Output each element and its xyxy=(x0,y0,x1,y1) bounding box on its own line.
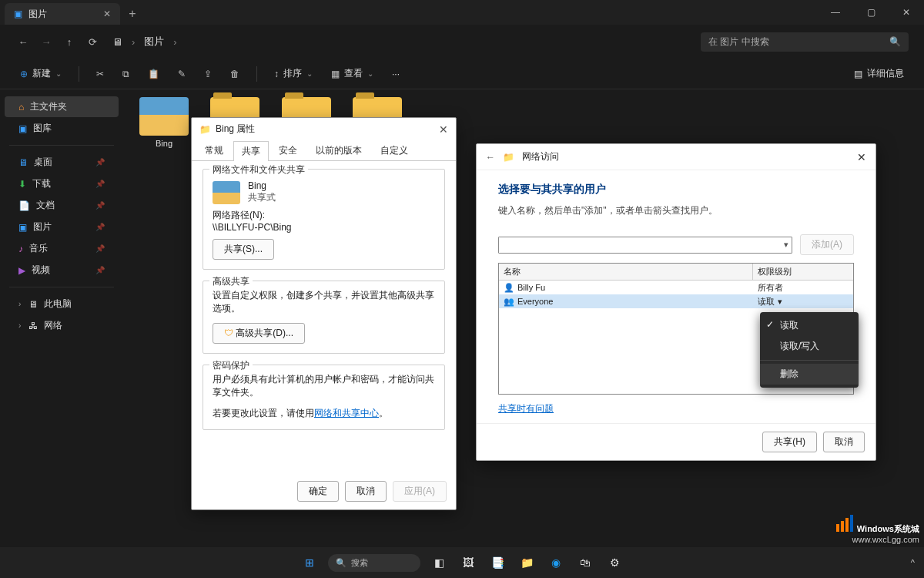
folder-item[interactable]: Bing xyxy=(134,97,194,148)
group-title: 网络文件和文件夹共享 xyxy=(209,163,308,176)
table-row[interactable]: 👥Everyone 读取▾ xyxy=(499,294,853,308)
taskbar-app[interactable]: 📑 xyxy=(487,552,508,573)
rename-button[interactable]: ✎ xyxy=(172,66,192,82)
folder-icon xyxy=(213,181,240,204)
network-sharing-center-link[interactable]: 网络和共享中心 xyxy=(314,408,379,418)
sidebar-item-music[interactable]: ♪ 音乐 📌 xyxy=(5,238,119,259)
user-icon: 👤 xyxy=(504,283,514,293)
share-confirm-button[interactable]: 共享(H) xyxy=(762,432,817,452)
network-sharing-group: 网络文件和文件夹共享 Bing 共享式 网络路径(N): \\BILLYFU-P… xyxy=(203,169,445,270)
search-input[interactable]: 在 图片 中搜索 🔍 xyxy=(701,32,909,52)
sidebar-item-documents[interactable]: 📄 文档 📌 xyxy=(5,195,119,216)
sidebar-item-desktop[interactable]: 🖥 桌面 📌 xyxy=(5,152,119,173)
store-button[interactable]: 🛍 xyxy=(574,552,596,573)
perm-read-write[interactable]: 读取/写入 xyxy=(760,336,859,357)
chevron-up-icon[interactable]: ^ xyxy=(911,558,915,567)
task-view-button[interactable]: ◧ xyxy=(428,552,450,573)
cancel-button[interactable]: 取消 xyxy=(345,481,387,502)
up-button[interactable]: ↑ xyxy=(62,36,77,48)
share-button[interactable]: 共享(S)... xyxy=(213,239,274,260)
sharing-help-link[interactable]: 共享时有问题 xyxy=(498,403,554,414)
dialog-title: 网络访问 xyxy=(522,150,559,163)
forward-button[interactable]: → xyxy=(38,36,54,48)
sidebar-item-this-pc[interactable]: › 🖥 此电脑 xyxy=(5,294,119,314)
share-button[interactable]: ⇪ xyxy=(198,66,218,82)
scissors-icon: ✂ xyxy=(96,69,104,79)
file-explorer-button[interactable]: 📁 xyxy=(516,552,537,573)
tab-customize[interactable]: 自定义 xyxy=(372,140,417,160)
new-tab-button[interactable]: + xyxy=(120,3,145,25)
close-window-button[interactable]: ✕ xyxy=(889,0,924,25)
paste-button[interactable]: 📋 xyxy=(142,66,166,82)
col-permission[interactable]: 权限级别 xyxy=(753,264,853,280)
delete-button[interactable]: 🗑 xyxy=(224,66,246,82)
sort-button[interactable]: ↕ 排序 ⌄ xyxy=(268,64,319,83)
user-combobox[interactable] xyxy=(498,237,792,254)
edge-button[interactable]: ◉ xyxy=(545,552,567,573)
table-row[interactable]: 👤Billy Fu 所有者 xyxy=(499,281,853,294)
back-button[interactable]: ← xyxy=(15,36,31,48)
breadcrumb-item[interactable]: 图片 xyxy=(144,35,164,49)
tab-previous-versions[interactable]: 以前的版本 xyxy=(307,140,370,160)
dialog-titlebar[interactable]: 📁 Bing 属性 ✕ xyxy=(192,118,456,140)
group-desc: 设置自定义权限，创建多个共享，并设置其他高级共享选项。 xyxy=(213,289,435,315)
sidebar-item-gallery[interactable]: ▣ 图库 xyxy=(5,118,119,139)
user-name: Everyone xyxy=(517,297,553,306)
back-button[interactable]: ← xyxy=(486,152,495,163)
tab-sharing[interactable]: 共享 xyxy=(233,141,269,161)
pictures-icon: ▣ xyxy=(14,8,22,19)
dialog-heading: 选择要与其共享的用户 xyxy=(498,183,854,197)
perm-read[interactable]: 读取 xyxy=(760,315,859,336)
taskbar-app[interactable]: 🖼 xyxy=(457,552,479,573)
sidebar-label: 图库 xyxy=(33,122,52,135)
sidebar-item-videos[interactable]: ▶ 视频 📌 xyxy=(5,260,119,281)
close-icon[interactable]: ✕ xyxy=(439,123,448,136)
divider xyxy=(256,66,257,82)
chevron-right-icon: › xyxy=(18,300,21,308)
cut-button[interactable]: ✂ xyxy=(90,66,110,82)
sidebar-item-pictures[interactable]: ▣ 图片 📌 xyxy=(5,217,119,237)
user-name: Billy Fu xyxy=(517,283,545,292)
maximize-button[interactable]: ▢ xyxy=(853,0,889,25)
system-tray[interactable]: ^ xyxy=(911,558,915,567)
cancel-button[interactable]: 取消 xyxy=(823,432,865,452)
sidebar-label: 图片 xyxy=(33,220,52,234)
trash-icon: 🗑 xyxy=(230,69,239,79)
divider xyxy=(9,145,114,146)
refresh-button[interactable]: ⟳ xyxy=(85,36,100,48)
search-label: 搜索 xyxy=(351,557,368,569)
share-folder-name: Bing xyxy=(248,180,276,191)
tab-general[interactable]: 常规 xyxy=(196,140,232,160)
sidebar-label: 下载 xyxy=(32,177,51,190)
copy-button[interactable]: ⧉ xyxy=(116,66,136,82)
more-icon: ··· xyxy=(392,69,400,79)
sidebar-item-network[interactable]: › 🖧 网络 xyxy=(5,315,119,336)
advanced-share-button[interactable]: 🛡 高级共享(D)... xyxy=(213,323,305,344)
tab-security[interactable]: 安全 xyxy=(270,140,306,160)
minimize-button[interactable]: ― xyxy=(818,0,853,25)
ok-button[interactable]: 确定 xyxy=(297,481,339,502)
perm-remove[interactable]: 删除 xyxy=(760,364,859,385)
divider xyxy=(760,360,859,361)
chevron-down-icon[interactable]: ▾ xyxy=(778,297,782,307)
search-placeholder: 在 图片 中搜索 xyxy=(708,35,769,49)
close-icon[interactable]: ✕ xyxy=(857,151,866,163)
window-tab[interactable]: ▣ 图片 ✕ xyxy=(5,3,120,25)
divider xyxy=(9,287,114,287)
breadcrumb[interactable]: 🖥 › 图片 › xyxy=(112,35,177,49)
chevron-down-icon: ⌄ xyxy=(306,69,313,78)
close-tab-icon[interactable]: ✕ xyxy=(103,8,111,19)
sort-label: 排序 xyxy=(283,67,302,80)
view-button[interactable]: ▦ 查看 ⌄ xyxy=(325,64,380,83)
sidebar-item-downloads[interactable]: ⬇ 下载 📌 xyxy=(5,173,119,194)
monitor-icon: 🖥 xyxy=(112,36,122,48)
new-button[interactable]: ⊕ 新建 ⌄ xyxy=(14,64,68,83)
taskbar-search[interactable]: 🔍 搜索 xyxy=(328,554,420,572)
sidebar-item-home[interactable]: ⌂ 主文件夹 xyxy=(5,96,119,117)
gallery-icon: ▣ xyxy=(18,123,27,134)
start-button[interactable]: ⊞ xyxy=(299,552,320,573)
details-pane-button[interactable]: ▤ 详细信息 xyxy=(848,64,910,83)
more-button[interactable]: ··· xyxy=(386,66,406,82)
settings-button[interactable]: ⚙ xyxy=(604,552,625,573)
col-name[interactable]: 名称 xyxy=(499,264,753,280)
